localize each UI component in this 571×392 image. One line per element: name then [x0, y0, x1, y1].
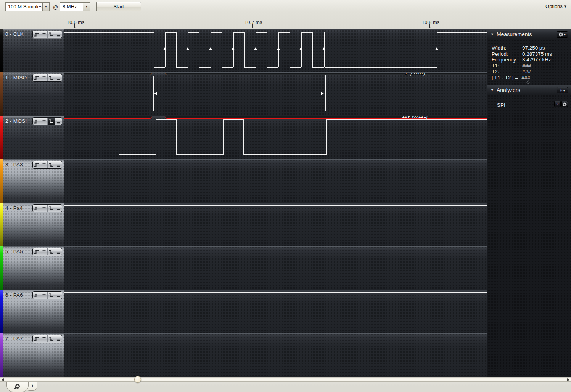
channel-label-panel[interactable]: 1 - MISO — [3, 72, 64, 116]
gear-icon — [559, 32, 563, 37]
waveform-area[interactable] — [64, 29, 487, 72]
waveform-edge — [223, 119, 224, 154]
dropdown-arrow-icon[interactable]: ▼ — [83, 3, 90, 11]
trigger-falling-edge-button[interactable] — [47, 205, 55, 212]
trigger-low-level-button[interactable] — [55, 74, 62, 81]
trigger-rising-edge-button[interactable] — [33, 292, 40, 299]
panel-resize-handle[interactable] — [526, 80, 530, 84]
horizontal-scrollbar[interactable] — [0, 377, 571, 382]
trigger-low-level-button[interactable] — [55, 248, 62, 255]
trigger-high-level-button[interactable] — [40, 74, 47, 81]
channel-color-strip — [0, 333, 3, 377]
waveform-area[interactable] — [64, 290, 487, 333]
trigger-high-level-button[interactable] — [40, 31, 47, 38]
scroll-right-arrow-icon[interactable] — [567, 378, 569, 381]
channel-label-panel[interactable]: 4 - Pa4 — [3, 203, 64, 246]
trigger-rising-edge-button[interactable] — [33, 31, 40, 38]
trigger-low-level-button[interactable] — [55, 118, 62, 125]
trigger-low-level-button[interactable] — [55, 161, 62, 168]
clock-edge-marker-icon — [209, 47, 212, 50]
low-level-icon — [56, 336, 61, 341]
trigger-falling-edge-button[interactable] — [47, 292, 55, 299]
trigger-high-level-button[interactable] — [40, 118, 47, 125]
waveform-area[interactable]: '289' (0x121) — [64, 116, 487, 159]
trigger-rising-edge-button[interactable] — [33, 161, 40, 168]
waveform-area[interactable] — [64, 203, 487, 246]
add-analyzer-button[interactable]: + ▾ — [557, 87, 568, 93]
trigger-low-level-button[interactable] — [55, 205, 62, 212]
high-level-icon — [42, 162, 47, 167]
waveform-area[interactable] — [64, 159, 487, 203]
measurements-header[interactable]: ▼ Measurements ▾ — [487, 29, 571, 39]
dropdown-arrow-icon[interactable]: ▼ — [42, 3, 49, 11]
rising-edge-icon — [34, 336, 39, 341]
measurement-row: T2: ### — [492, 69, 571, 75]
trigger-rising-edge-button[interactable] — [33, 118, 40, 125]
sample-rate-dropdown[interactable]: 8 MHz ▼ — [60, 2, 90, 11]
falling-edge-icon — [49, 293, 54, 298]
trigger-falling-edge-button[interactable] — [47, 161, 55, 168]
rising-edge-icon — [34, 119, 39, 124]
trigger-high-level-button[interactable] — [40, 248, 47, 255]
waveform-line — [256, 32, 267, 33]
start-button[interactable]: Start — [96, 2, 141, 11]
trigger-falling-edge-button[interactable] — [47, 74, 55, 81]
channel-name: 0 - CLK — [5, 31, 24, 37]
measurements-settings-button[interactable]: ▾ — [557, 31, 568, 38]
trigger-high-level-button[interactable] — [40, 205, 47, 212]
waveform-area[interactable]: '1' (0x001) — [64, 72, 487, 116]
trigger-rising-edge-button[interactable] — [33, 335, 40, 342]
clock-edge-marker-icon — [186, 47, 189, 50]
measurement-row: T1: ### — [492, 63, 571, 69]
analyzers-header[interactable]: ▼ Analyzers + ▾ — [487, 85, 571, 95]
channel-label-panel[interactable]: 6 - PA6 — [3, 290, 64, 333]
trigger-falling-edge-button[interactable] — [47, 248, 55, 255]
waveform-line — [64, 292, 487, 293]
channel-row: 5 - PA5 — [0, 246, 487, 290]
trigger-button-group — [32, 291, 62, 299]
trigger-high-level-button[interactable] — [40, 292, 47, 299]
measurement-row: | T1 - T2 | = ### — [492, 75, 571, 81]
gear-icon — [563, 102, 567, 106]
scroll-left-arrow-icon[interactable] — [2, 378, 4, 381]
sample-count-dropdown[interactable]: 100 M Samples ▼ — [5, 2, 50, 11]
low-level-icon — [56, 293, 61, 298]
collapse-caret-icon: ▼ — [491, 88, 494, 92]
measurements-list: Width: 97.250 µs Period: 0.287375 ms Fre… — [492, 45, 571, 80]
scrollbar-thumb[interactable] — [134, 376, 141, 383]
trigger-rising-edge-button[interactable] — [33, 205, 40, 212]
low-level-icon — [56, 32, 61, 37]
clock-edge-marker-icon — [232, 47, 235, 50]
waveform-area[interactable] — [64, 246, 487, 290]
channel-name: 7 - PA7 — [5, 336, 23, 341]
channel-label-panel[interactable]: 3 - PA3 — [3, 159, 64, 203]
trigger-falling-edge-button[interactable] — [47, 31, 55, 38]
trigger-high-level-button[interactable] — [40, 335, 47, 342]
analyzer-settings-button[interactable] — [561, 101, 568, 107]
measurement-arrow-line — [154, 93, 323, 93]
trigger-rising-edge-button[interactable] — [33, 248, 40, 255]
channel-label-panel[interactable]: 2 - MOSI — [3, 116, 64, 159]
trigger-rising-edge-button[interactable] — [33, 74, 40, 81]
waveform-edge — [156, 119, 156, 154]
channel-label-panel[interactable]: 7 - PA7 — [3, 333, 64, 377]
remove-analyzer-button[interactable]: × — [554, 101, 561, 107]
channel-label-panel[interactable]: 0 - CLK — [3, 29, 64, 72]
trigger-falling-edge-button[interactable] — [47, 118, 55, 125]
trigger-high-level-button[interactable] — [40, 161, 47, 168]
trigger-low-level-button[interactable] — [55, 335, 62, 342]
trigger-low-level-button[interactable] — [55, 31, 62, 38]
channel-label-panel[interactable]: 5 - PA5 — [3, 246, 64, 290]
dotted-separator — [487, 98, 571, 98]
falling-edge-icon — [49, 206, 54, 211]
ruler-tick-arrow-icon — [252, 24, 253, 27]
waveform-view[interactable]: 0 - CLK — [0, 29, 487, 377]
waveform-area[interactable] — [64, 333, 487, 377]
waveform-line — [278, 32, 290, 33]
high-level-icon — [42, 32, 47, 37]
waveform-line — [437, 32, 487, 33]
zoom-tool-tab[interactable] — [6, 382, 29, 392]
trigger-falling-edge-button[interactable] — [47, 335, 55, 342]
options-menu[interactable]: Options ▾ — [545, 3, 566, 9]
trigger-low-level-button[interactable] — [55, 292, 62, 299]
